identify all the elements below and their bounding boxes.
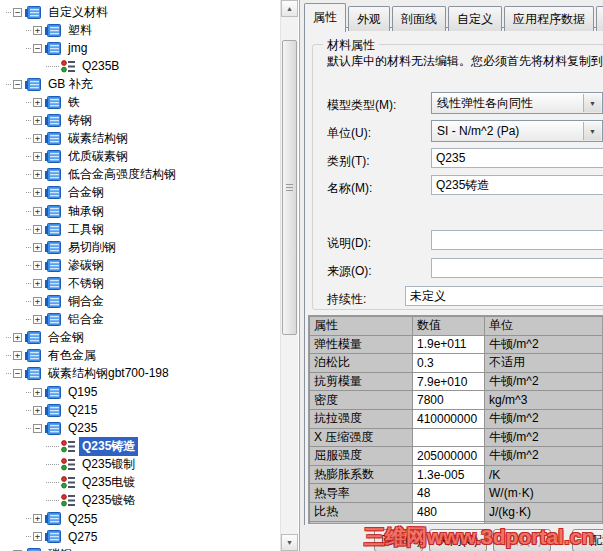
units-select[interactable]: SI - N/m^2 (Pa) ▼ <box>431 120 603 142</box>
tree-item[interactable]: Q235镀铬 <box>0 492 283 510</box>
tree-item[interactable]: −自定义材料 <box>0 3 283 21</box>
property-value-cell[interactable]: 1.3e-005 <box>413 465 485 484</box>
property-value-cell[interactable]: 0.3 <box>413 354 485 373</box>
tree-item[interactable]: +Q255 <box>0 510 283 528</box>
tree-item[interactable]: +Q215 <box>0 401 283 419</box>
tree-item[interactable]: Q235锻制 <box>0 455 283 473</box>
expand-icon[interactable]: + <box>33 152 42 161</box>
tab-自定义[interactable]: 自定义 <box>448 6 502 31</box>
collapse-icon[interactable]: − <box>33 44 42 53</box>
category-folder-icon <box>45 96 61 109</box>
property-value-cell[interactable]: 410000000 <box>413 409 485 428</box>
expand-icon[interactable]: + <box>33 207 42 216</box>
tree-item[interactable]: −碳钢 <box>0 546 283 551</box>
close-button[interactable]: 关闭(C) <box>429 529 487 551</box>
tree-item[interactable]: Q235铸造 <box>0 437 283 455</box>
collapse-icon[interactable]: − <box>13 369 22 378</box>
expand-icon[interactable]: + <box>33 315 42 324</box>
expand-icon[interactable]: + <box>13 333 22 342</box>
expand-icon[interactable]: + <box>33 243 42 252</box>
tree-item[interactable]: +不锈钢 <box>0 274 283 292</box>
tree-item[interactable]: +铁 <box>0 93 283 111</box>
expand-icon[interactable]: + <box>33 279 42 288</box>
expand-icon[interactable]: + <box>33 170 42 179</box>
chevron-down-icon[interactable]: ▼ <box>583 94 601 112</box>
source-input[interactable] <box>431 258 603 278</box>
tab-应用程序数据[interactable]: 应用程序数据 <box>504 6 594 31</box>
tree-item[interactable]: +低合金高强度结构钢 <box>0 166 283 184</box>
tree-item[interactable]: +工具钢 <box>0 220 283 238</box>
tree-item[interactable]: +塑料 <box>0 21 283 39</box>
sustainability-input[interactable] <box>405 286 603 306</box>
description-input[interactable] <box>431 230 603 250</box>
expand-icon[interactable]: + <box>33 297 42 306</box>
scroll-up-icon[interactable]: ▲ <box>281 0 298 17</box>
category-input[interactable] <box>431 148 603 168</box>
expand-icon[interactable]: + <box>13 351 22 360</box>
tab-剖面线[interactable]: 剖面线 <box>392 6 446 31</box>
name-input[interactable] <box>431 175 603 195</box>
expand-icon[interactable]: + <box>33 532 42 541</box>
expand-icon[interactable]: + <box>33 261 42 270</box>
tree-item[interactable]: Q235B <box>0 57 283 75</box>
tree-item[interactable]: +易切削钢 <box>0 238 283 256</box>
expand-icon[interactable]: + <box>33 98 42 107</box>
apply-button[interactable]: 应用(A) <box>374 529 423 551</box>
tree-item[interactable]: −碳素结构钢gbt700-198 <box>0 365 283 383</box>
expand-icon[interactable]: + <box>33 514 42 523</box>
category-folder-icon <box>25 78 41 91</box>
expand-icon[interactable]: + <box>33 116 42 125</box>
tab-属性[interactable]: 属性 <box>304 3 346 32</box>
tree-item[interactable]: +轴承钢 <box>0 202 283 220</box>
tree-item[interactable]: +铸钢 <box>0 112 283 130</box>
tree-item[interactable]: +有色金属 <box>0 347 283 365</box>
tree-item-label: 易切削钢 <box>65 238 119 257</box>
property-value-cell[interactable] <box>413 521 485 524</box>
category-label: 类别(T): <box>327 153 370 170</box>
scrollbar-thumb[interactable] <box>282 40 297 335</box>
tree-item[interactable]: −jmg <box>0 39 283 57</box>
tab-收藏[interactable]: 收藏 <box>596 6 603 31</box>
chevron-down-icon[interactable]: ▼ <box>583 122 601 140</box>
tree-item[interactable]: +优质碳素钢 <box>0 148 283 166</box>
tree-item[interactable]: +Q195 <box>0 383 283 401</box>
collapse-icon[interactable]: − <box>13 80 22 89</box>
tree-item[interactable]: −GB 补充 <box>0 75 283 93</box>
tree-item[interactable]: +铜合金 <box>0 293 283 311</box>
category-folder-icon <box>45 186 61 199</box>
model-type-select[interactable]: 线性弹性各向同性 ▼ <box>431 92 603 114</box>
tree-item[interactable]: +Q275 <box>0 528 283 546</box>
units-value: SI - N/m^2 (Pa) <box>437 124 519 138</box>
collapse-icon[interactable]: − <box>33 424 42 433</box>
expand-icon[interactable]: + <box>33 388 42 397</box>
property-value-cell[interactable]: 7.9e+010 <box>413 372 485 391</box>
tree-item[interactable]: +碳素结构钢 <box>0 130 283 148</box>
config-button[interactable]: 配置( <box>572 529 603 551</box>
material-properties-table: 属性数值单位弹性模量1.9e+011牛顿/m^2泊松比0.3不适用抗剪模量7.9… <box>309 316 603 524</box>
property-value-cell[interactable]: 48 <box>413 484 485 503</box>
tree-item[interactable]: +铝合金 <box>0 311 283 329</box>
collapse-icon[interactable]: − <box>13 8 22 17</box>
expand-icon[interactable]: + <box>33 225 42 234</box>
expand-icon[interactable]: + <box>33 406 42 415</box>
scroll-down-icon[interactable]: ▼ <box>281 534 298 551</box>
tree-item[interactable]: −Q235 <box>0 419 283 437</box>
tree-item[interactable]: +渗碳钢 <box>0 256 283 274</box>
property-unit-cell: 牛顿/m^2 <box>485 447 603 466</box>
tree-connector <box>26 247 31 248</box>
tab-外观[interactable]: 外观 <box>348 6 390 31</box>
property-value-cell[interactable]: 1.9e+011 <box>413 335 485 354</box>
tree-item[interactable]: Q235电镀 <box>0 473 283 491</box>
property-value-cell[interactable]: 480 <box>413 502 485 521</box>
tree-scrollbar[interactable]: ▲ ▼ <box>280 0 298 551</box>
tree-item[interactable]: +合金钢 <box>0 184 283 202</box>
expand-icon[interactable]: + <box>33 188 42 197</box>
expand-icon[interactable]: + <box>33 26 42 35</box>
property-value-cell[interactable] <box>413 428 485 447</box>
tree-item[interactable]: +合金钢 <box>0 329 283 347</box>
expand-icon[interactable]: + <box>33 134 42 143</box>
property-value-cell[interactable]: 205000000 <box>413 447 485 466</box>
category-folder-icon <box>45 223 61 236</box>
property-value-cell[interactable]: 7800 <box>413 391 485 410</box>
tree-item-label: 铸钢 <box>65 111 95 130</box>
